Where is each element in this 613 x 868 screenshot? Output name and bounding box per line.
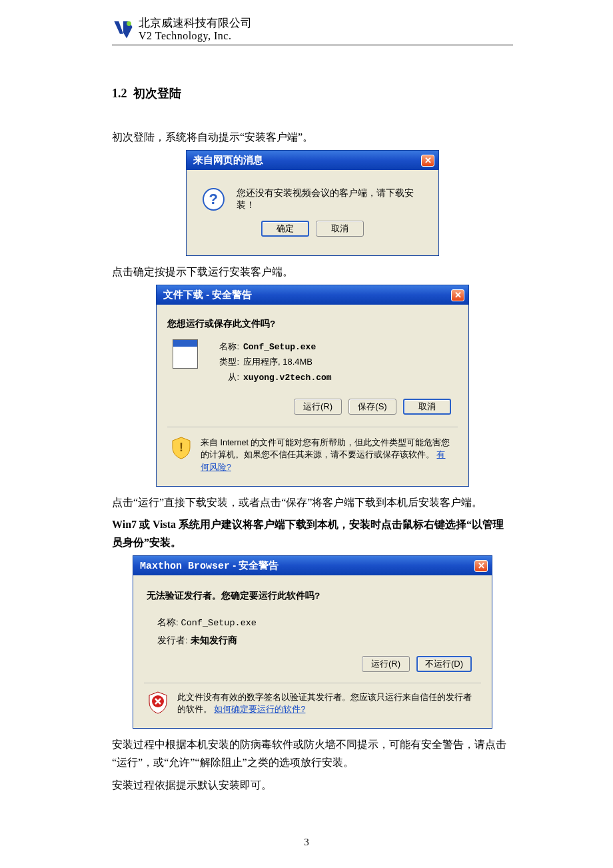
value-publisher: 未知发行商 (191, 635, 237, 645)
paragraph-2: 点击确定按提示下载运行安装客户端。 (112, 263, 513, 281)
paragraph-3b: Win7 或 Vista 系统用户建议将客户端下载到本机，安装时点击鼠标右键选择… (112, 515, 513, 551)
question-icon: ? (203, 188, 225, 211)
dialog-question: 您想运行或保存此文件吗? (167, 318, 458, 330)
paragraph-5: 安装过程依据提示默认安装即可。 (112, 776, 513, 794)
file-info: 名称: Conf_Setup.exe 发行者: 未知发行商 (157, 614, 481, 649)
close-icon[interactable]: ✕ (474, 560, 488, 572)
document-header: 北京威速科技有限公司 V2 Technology, Inc. (112, 17, 513, 45)
close-icon[interactable]: ✕ (451, 289, 464, 301)
company-name-en: V2 Technology, Inc. (139, 30, 252, 42)
value-from: xuyong.v2tech.com (243, 373, 332, 383)
file-download-dialog: 文件下载 - 安全警告 ✕ 您想运行或保存此文件吗? 名称:Conf_Setup… (156, 285, 469, 487)
dialog-titlebar: 文件下载 - 安全警告 ✕ (157, 285, 468, 305)
ok-button[interactable]: 确定 (261, 221, 309, 237)
company-logo-icon (112, 18, 135, 41)
shield-error-icon (148, 691, 168, 714)
dialog-message: 您还没有安装视频会议的客户端，请下载安装！ (237, 187, 422, 211)
value-name: Conf_Setup.exe (243, 342, 316, 352)
value-name: Conf_Setup.exe (181, 618, 257, 628)
paragraph-3b-bold: Win7 或 Vista 系统用户建议将客户端下载到本机，安装时点击鼠标右键选择… (112, 519, 504, 548)
svg-text:!: ! (179, 441, 183, 454)
label-name: 名称: (210, 339, 239, 354)
paragraph-3: 点击“运行”直接下载安装，或者点击“保存”将客户端下载到本机后安装客户端。 (112, 493, 513, 511)
run-button[interactable]: 运行(R) (362, 656, 410, 672)
company-name-cn: 北京威速科技有限公司 (139, 17, 252, 30)
paragraph-4: 安装过程中根据本机安装的防病毒软件或防火墙不同提示，可能有安全警告，请点击“运行… (112, 735, 513, 771)
run-button[interactable]: 运行(R) (294, 399, 342, 415)
message-dialog: 来自网页的消息 ✕ ? 您还没有安装视频会议的客户端，请下载安装！ 确定 取消 (186, 150, 439, 256)
svg-point-0 (127, 21, 131, 26)
dialog-title: 文件下载 - 安全警告 (163, 289, 252, 301)
label-name: 名称: (157, 617, 179, 627)
security-warning-dialog: Maxthon Browser - 安全警告 ✕ 无法验证发行者。您确定要运行此… (133, 555, 492, 729)
cancel-button[interactable]: 取消 (403, 399, 451, 415)
dialog-titlebar: 来自网页的消息 ✕ (187, 151, 438, 170)
warning-text: 来自 Internet 的文件可能对您有所帮助，但此文件类型可能危害您的计算机。… (201, 438, 450, 460)
value-type: 应用程序, 18.4MB (243, 357, 312, 367)
label-type: 类型: (210, 355, 239, 369)
cancel-button[interactable]: 取消 (316, 221, 364, 237)
section-title-text: 初次登陆 (133, 87, 181, 100)
page-number: 3 (0, 837, 613, 848)
dialog-titlebar: Maxthon Browser - 安全警告 ✕ (133, 556, 492, 575)
shield-warning-icon: ! (171, 437, 191, 459)
section-heading: 1.2 初次登陆 (112, 85, 513, 101)
dialog-title-rest: - 安全警告 (230, 559, 279, 571)
dialog-question: 无法验证发行者。您确定要运行此软件吗? (147, 590, 481, 602)
label-publisher: 发行者: (157, 635, 188, 645)
paragraph-1: 初次登陆，系统将自动提示“安装客户端”。 (112, 128, 513, 146)
how-link[interactable]: 如何确定要运行的软件? (214, 705, 305, 714)
save-button[interactable]: 保存(S) (348, 399, 396, 415)
file-info: 名称:Conf_Setup.exe 类型:应用程序, 18.4MB 从:xuyo… (210, 339, 332, 385)
file-icon (173, 339, 198, 369)
dialog-title: 来自网页的消息 (193, 154, 263, 167)
section-number: 1.2 (112, 87, 127, 100)
dialog-title-app: Maxthon Browser (140, 561, 230, 572)
label-from: 从: (210, 370, 239, 385)
close-icon[interactable]: ✕ (421, 155, 434, 167)
dont-run-button[interactable]: 不运行(D) (416, 656, 472, 672)
